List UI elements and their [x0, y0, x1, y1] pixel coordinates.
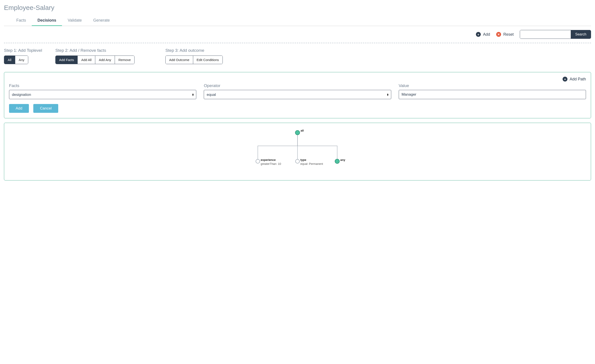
- step1-title: Step 1: Add Toplevel: [4, 48, 42, 53]
- search-wrap: Search: [520, 30, 591, 39]
- step1-all-button[interactable]: All: [4, 56, 15, 64]
- page-title: Employee-Salary: [4, 4, 591, 11]
- add-path-label: Add Path: [570, 77, 586, 82]
- close-icon: ✕: [496, 32, 501, 37]
- tree-child0-fact: experience: [261, 158, 276, 162]
- tree-panel: all experience greaterThan: 10 type equa…: [4, 123, 591, 180]
- step2-addfacts-button[interactable]: Add Facts: [56, 56, 78, 64]
- plus-icon: ＋: [476, 32, 481, 37]
- reset-label: Reset: [503, 32, 514, 37]
- step2-addany-button[interactable]: Add Any: [95, 56, 115, 64]
- add-fact-panel: ＋ Add Path Facts designation ▲▼ Operator…: [4, 72, 591, 118]
- tab-decisions[interactable]: Decisions: [32, 15, 62, 26]
- step2-title: Step 2: Add / Remove facts: [55, 48, 135, 53]
- step3-editconditions-button[interactable]: Edit Conditions: [193, 56, 222, 64]
- tree-node-child-0[interactable]: [256, 159, 260, 163]
- plus-icon: ＋: [563, 77, 567, 82]
- add-label: Add: [483, 32, 490, 37]
- operator-label: Operator: [204, 83, 391, 88]
- form-row: Facts designation ▲▼ Operator equal ▲▼ V…: [9, 83, 586, 99]
- tree-node-root[interactable]: [295, 130, 300, 135]
- facts-label: Facts: [9, 83, 196, 88]
- step1-block: Step 1: Add Toplevel All Any: [4, 48, 42, 64]
- step3-btn-group: Add Outcome Edit Conditions: [165, 55, 223, 64]
- tree-node-child-1[interactable]: [296, 159, 299, 163]
- value-label: Value: [399, 83, 586, 88]
- operator-select[interactable]: equal: [204, 90, 391, 99]
- step1-btn-group: All Any: [4, 55, 28, 64]
- tree-child0-detail: greaterThan: 10: [261, 162, 281, 165]
- value-col: Value: [399, 83, 586, 99]
- add-button[interactable]: Add: [9, 104, 29, 113]
- step3-block: Step 3: Add outcome Add Outcome Edit Con…: [165, 48, 223, 64]
- steps-row: Step 1: Add Toplevel All Any Step 2: Add…: [4, 43, 591, 66]
- step2-addall-button[interactable]: Add All: [78, 56, 95, 64]
- cancel-button[interactable]: Cancel: [33, 104, 58, 113]
- facts-select[interactable]: designation: [9, 90, 196, 99]
- tabs: Facts Decisions Validate Generate: [4, 15, 591, 26]
- step2-btn-group: Add Facts Add All Add Any Remove: [55, 55, 135, 64]
- operator-col: Operator equal ▲▼: [204, 83, 391, 99]
- search-input[interactable]: [520, 30, 571, 39]
- tree-child1-detail: equal: Permanent: [300, 162, 323, 165]
- tree-child2-fact: any: [340, 158, 345, 162]
- panel-actions: Add Cancel: [9, 104, 586, 113]
- tab-generate[interactable]: Generate: [88, 15, 116, 26]
- add-action[interactable]: ＋ Add: [476, 32, 490, 37]
- value-input[interactable]: [399, 90, 586, 99]
- step2-remove-button[interactable]: Remove: [115, 56, 134, 64]
- step3-addoutcome-button[interactable]: Add Outcome: [166, 56, 193, 64]
- tab-validate[interactable]: Validate: [62, 15, 88, 26]
- step1-any-button[interactable]: Any: [15, 56, 28, 64]
- step3-title: Step 3: Add outcome: [165, 48, 223, 53]
- search-button[interactable]: Search: [571, 30, 591, 39]
- add-path-action[interactable]: ＋ Add Path: [9, 77, 586, 82]
- tree-root-label: all: [301, 129, 304, 132]
- step2-block: Step 2: Add / Remove facts Add Facts Add…: [55, 48, 135, 64]
- decision-tree: all experience greaterThan: 10 type equa…: [198, 126, 397, 177]
- reset-action[interactable]: ✕ Reset: [496, 32, 514, 37]
- facts-col: Facts designation ▲▼: [9, 83, 196, 99]
- tree-node-child-2[interactable]: [335, 159, 340, 164]
- tab-facts[interactable]: Facts: [11, 15, 32, 26]
- tree-child1-fact: type: [300, 158, 306, 162]
- toolbar: ＋ Add ✕ Reset Search: [4, 26, 591, 43]
